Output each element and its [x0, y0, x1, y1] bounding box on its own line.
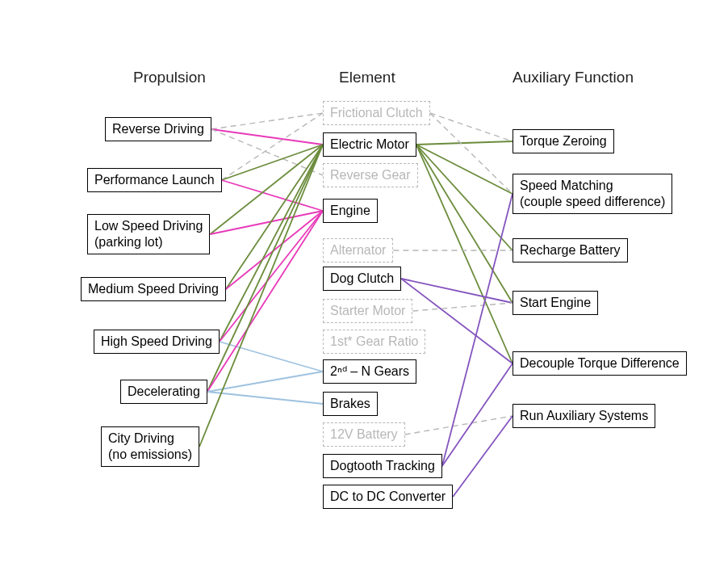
node-dog-clutch: Dog Clutch — [323, 267, 401, 291]
link — [211, 129, 323, 145]
link — [207, 145, 323, 392]
link — [220, 342, 323, 372]
node-recharge-battery: Recharge Battery — [513, 238, 628, 262]
link — [210, 145, 323, 234]
node-medium-speed-driving: Medium Speed Driving — [81, 277, 226, 301]
link — [211, 113, 323, 129]
node-frictional-clutch: Frictional Clutch — [323, 101, 430, 125]
link — [416, 145, 513, 194]
node-decelerating: Decelerating — [120, 380, 207, 404]
link — [211, 129, 323, 175]
node-starter-motor: Starter Motor — [323, 299, 412, 323]
link — [442, 363, 513, 466]
link — [222, 180, 323, 211]
link — [405, 416, 513, 435]
link — [416, 141, 513, 145]
link — [416, 145, 513, 363]
link — [430, 113, 513, 194]
link — [453, 416, 513, 497]
link — [207, 372, 323, 392]
link — [207, 392, 323, 404]
node-run-auxiliary-systems: Run Auxiliary Systems — [513, 404, 655, 428]
header-element: Element — [339, 69, 395, 86]
link — [222, 113, 323, 180]
link — [412, 303, 513, 311]
link — [416, 145, 513, 303]
diagram-stage: { "headers": { "propulsion": "Propulsion… — [0, 0, 728, 567]
node-second-to-n-gears: 2ⁿᵈ – N Gears — [323, 359, 416, 384]
header-auxiliary: Auxiliary Function — [513, 69, 634, 86]
node-performance-launch: Performance Launch — [87, 168, 222, 192]
node-engine: Engine — [323, 199, 378, 223]
link — [222, 145, 323, 180]
link — [210, 211, 323, 234]
link — [401, 279, 513, 303]
node-first-gear-ratio: 1st* Gear Ratio — [323, 330, 425, 354]
node-dc-to-dc-converter: DC to DC Converter — [323, 485, 453, 509]
node-brakes: Brakes — [323, 392, 378, 416]
node-start-engine: Start Engine — [513, 291, 598, 315]
link — [207, 211, 323, 392]
link — [226, 211, 323, 289]
link — [220, 145, 323, 342]
link — [442, 194, 513, 466]
link — [430, 113, 513, 141]
link — [226, 145, 323, 289]
node-city-driving: City Driving (no emissions) — [101, 426, 199, 467]
header-propulsion: Propulsion — [133, 69, 206, 86]
node-speed-matching: Speed Matching (couple speed difference) — [513, 174, 672, 214]
node-high-speed-driving: High Speed Driving — [94, 330, 220, 354]
node-torque-zeroing: Torque Zeroing — [513, 129, 614, 153]
node-12v-battery: 12V Battery — [323, 422, 405, 447]
node-decouple-torque-diff: Decouple Torque Difference — [513, 351, 687, 376]
node-reverse-gear: Reverse Gear — [323, 163, 418, 187]
node-alternator: Alternator — [323, 238, 393, 262]
node-dogtooth-tracking: Dogtooth Tracking — [323, 454, 442, 478]
link — [416, 145, 513, 250]
node-reverse-driving: Reverse Driving — [105, 117, 211, 141]
node-low-speed-driving: Low Speed Driving (parking lot) — [87, 214, 210, 254]
node-electric-motor: Electric Motor — [323, 132, 416, 157]
link — [220, 211, 323, 342]
